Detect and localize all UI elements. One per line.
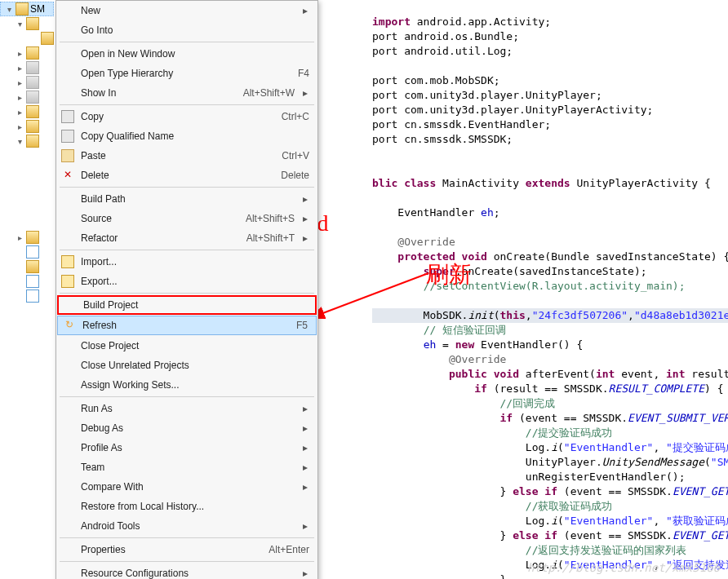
submenu-arrow-icon: ▸ <box>303 87 309 99</box>
collapse-icon[interactable]: ▸ <box>15 64 24 73</box>
menu-open-new-window[interactable]: Open in New Window <box>56 44 317 64</box>
tree-item[interactable]: ▾ <box>0 16 54 31</box>
menu-delete[interactable]: ✕DeleteDelete <box>56 166 317 185</box>
collapse-icon[interactable]: ▸ <box>15 49 24 58</box>
menu-go-into[interactable]: Go Into <box>56 20 317 40</box>
menu-shortcut: Alt+Enter <box>269 544 309 555</box>
tree-item[interactable]: ▸ <box>0 230 54 245</box>
collapse-icon[interactable]: ▸ <box>15 122 24 131</box>
menu-label: Open Type Hierarchy <box>81 68 290 79</box>
menu-label: Resource Configurations <box>81 568 295 579</box>
menu-export[interactable]: Export... <box>56 272 317 291</box>
tree-item[interactable]: ▸ <box>0 90 54 104</box>
tree-item[interactable] <box>0 259 54 274</box>
tree-item[interactable]: ▸ <box>0 119 54 134</box>
tree-item[interactable]: ▸ <box>0 75 54 90</box>
project-icon <box>16 2 29 15</box>
collapse-icon[interactable]: ▸ <box>15 233 24 242</box>
menu-run-as[interactable]: Run As▸ <box>56 399 317 418</box>
menu-separator <box>60 537 314 538</box>
menu-label: Compare With <box>81 481 295 493</box>
tree-root[interactable]: ▾ SM <box>0 2 54 16</box>
menu-label: New <box>81 5 295 16</box>
menu-label: Go Into <box>81 24 309 36</box>
menu-shortcut: Ctrl+C <box>282 111 309 122</box>
menu-label: Android Tools <box>81 520 295 532</box>
menu-show-in[interactable]: Show InAlt+Shift+W▸ <box>56 83 317 103</box>
expand-icon[interactable]: ▾ <box>4 5 14 14</box>
menu-profile-as[interactable]: Profile As▸ <box>56 438 317 457</box>
menu-restore[interactable]: Restore from Local History... <box>56 497 317 516</box>
menu-label: Refresh <box>82 320 288 331</box>
menu-label: Properties <box>81 544 260 555</box>
collapse-icon[interactable]: ▸ <box>15 93 24 102</box>
menu-open-type-hierarchy[interactable]: Open Type HierarchyF4 <box>56 64 317 83</box>
menu-copy[interactable]: CopyCtrl+C <box>56 107 317 126</box>
folder-icon <box>26 231 39 244</box>
menu-resource-config[interactable]: Resource Configurations▸ <box>56 564 317 579</box>
submenu-arrow-icon: ▸ <box>303 481 309 493</box>
menu-separator <box>60 561 314 562</box>
menu-refresh[interactable]: ↻RefreshF5 <box>57 316 317 335</box>
menu-label: Build Project <box>83 299 307 311</box>
project-explorer[interactable]: ▾ SM ▾ ▸ ▸ ▸ ▸ ▸ ▸ ▾ ▸ <box>0 0 54 579</box>
menu-label: Build Path <box>81 193 295 205</box>
tree-item[interactable]: ▸ <box>0 46 54 60</box>
package-icon <box>41 32 54 45</box>
submenu-arrow-icon: ▸ <box>303 442 309 453</box>
menu-compare-with[interactable]: Compare With▸ <box>56 477 317 497</box>
menu-new[interactable]: New▸ <box>56 1 317 20</box>
tree-item[interactable] <box>0 245 54 259</box>
submenu-arrow-icon: ▸ <box>303 193 309 205</box>
menu-close-unrelated[interactable]: Close Unrelated Projects <box>56 356 317 375</box>
menu-label: Team <box>81 462 295 473</box>
folder-icon <box>26 17 39 30</box>
menu-build-path[interactable]: Build Path▸ <box>56 189 317 209</box>
menu-label: Profile As <box>81 442 295 453</box>
file-icon <box>26 245 39 259</box>
collapse-icon[interactable]: ▸ <box>15 78 24 87</box>
tree-item[interactable] <box>0 31 54 46</box>
menu-debug-as[interactable]: Debug As▸ <box>56 418 317 438</box>
watermark: http://blog.csdn.net/xmx5166 <box>527 561 720 574</box>
menu-team[interactable]: Team▸ <box>56 457 317 477</box>
library-icon <box>26 76 39 89</box>
menu-refactor[interactable]: RefactorAlt+Shift+T▸ <box>56 228 317 248</box>
submenu-arrow-icon: ▸ <box>303 462 309 473</box>
expand-icon[interactable]: ▾ <box>15 137 24 146</box>
menu-paste[interactable]: PasteCtrl+V <box>56 146 317 166</box>
submenu-arrow-icon: ▸ <box>303 5 309 16</box>
annotation-refresh: 刷新 <box>426 259 472 290</box>
menu-label: Show In <box>81 87 235 99</box>
submenu-arrow-icon: ▸ <box>303 232 309 244</box>
tree-item[interactable]: ▸ <box>0 60 54 75</box>
menu-android-tools[interactable]: Android Tools▸ <box>56 516 317 536</box>
menu-shortcut: Delete <box>281 170 309 181</box>
paste-icon <box>61 149 74 162</box>
menu-close-project[interactable]: Close Project <box>56 336 317 356</box>
file-icon <box>26 290 39 303</box>
menu-label: Close Unrelated Projects <box>81 360 309 371</box>
menu-import[interactable]: Import... <box>56 252 317 272</box>
menu-label: Source <box>81 213 237 224</box>
menu-shortcut: Alt+Shift+S <box>246 213 295 224</box>
collapse-icon[interactable]: ▸ <box>15 108 24 117</box>
tree-item[interactable] <box>0 274 54 289</box>
submenu-arrow-icon: ▸ <box>303 213 309 224</box>
menu-assign-ws[interactable]: Assign Working Sets... <box>56 375 317 395</box>
tree-item[interactable] <box>0 289 54 303</box>
tree-item[interactable]: ▾ <box>0 134 54 148</box>
expand-icon[interactable]: ▾ <box>15 20 24 29</box>
menu-source[interactable]: SourceAlt+Shift+S▸ <box>56 209 317 228</box>
copy-icon <box>61 110 74 123</box>
menu-build-project[interactable]: Build Project <box>57 295 317 315</box>
menu-label: Run As <box>81 403 295 414</box>
context-menu: New▸ Go Into Open in New Window Open Typ… <box>55 0 318 579</box>
menu-label: Copy Qualified Name <box>81 130 309 142</box>
menu-properties[interactable]: PropertiesAlt+Enter <box>56 540 317 559</box>
tree-item[interactable]: ▸ <box>0 104 54 119</box>
menu-copy-qualified[interactable]: Copy Qualified Name <box>56 126 317 146</box>
menu-separator <box>60 104 314 105</box>
menu-shortcut: F5 <box>296 320 308 331</box>
menu-label: Assign Working Sets... <box>81 379 309 391</box>
